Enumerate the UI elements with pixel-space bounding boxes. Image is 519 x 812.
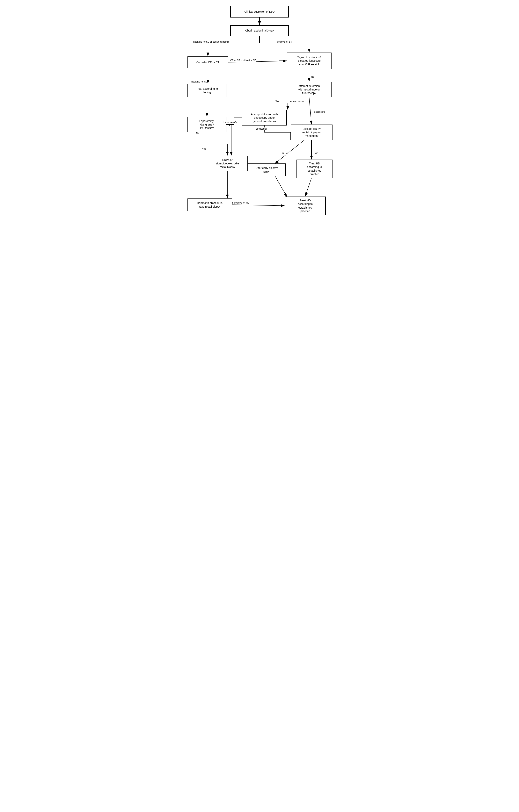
box-treat-hd-final: Treat HD according to established practi… <box>285 197 326 215</box>
flowchart: Clinical suspicion of LBO Obtain abdomin… <box>182 4 337 247</box>
label-no2: No <box>196 132 199 134</box>
box-detorsion-endo: Attempt detorsion with endoscopy under g… <box>242 110 287 125</box>
label-neg-sv2: negative for SV <box>191 80 207 83</box>
label-if-pos-hd: if positive for HD <box>232 201 249 204</box>
label-ce-ct-pos: CE or CT positive for SV <box>230 59 256 62</box>
box-hartmann: Hartmann procedure, take rectal biopsy <box>188 199 232 211</box>
box-cect: Consider CE or CT <box>188 56 228 68</box>
label-yes: Yes <box>275 100 279 103</box>
label-successful2: Successful <box>255 127 267 130</box>
box-treat-hd: Treat HD according to established practi… <box>297 160 332 178</box>
box-srpa: SRPA or sigmoidopexy, take rectal biopsy <box>207 156 248 171</box>
label-no: No <box>311 76 314 78</box>
label-neg-sv: negative for SV or equivocal result <box>193 40 229 43</box>
svg-line-11 <box>232 205 284 206</box>
svg-line-12 <box>305 178 311 196</box>
label-successful1: Successful <box>314 111 325 113</box>
label-no-hd: No HD <box>282 152 289 155</box>
box-peritonitis: Signs of peritonitis? Elevated leucocyte… <box>287 53 331 69</box>
box-lbo: Clinical suspicion of LBO <box>230 6 289 18</box>
label-pos-sv: positive for SV <box>277 40 292 43</box>
svg-line-9 <box>275 176 287 197</box>
box-laparotomy: Laparotomy: Gangrene? Peritonitis? <box>188 117 226 132</box>
svg-line-5 <box>309 97 311 124</box>
box-exclude-hd: Exclude HD by rectal biopsy or manometry <box>291 124 332 140</box>
label-unsuccessful2: Unsuccessful <box>223 121 237 124</box>
box-xray: Obtain abdominal X-ray <box>230 25 289 36</box>
box-detorsion-rectal: Attempt detorsion with rectal tube or fl… <box>287 82 331 97</box>
label-yes2: Yes <box>202 147 206 150</box>
box-treat-finding: Treat according to finding <box>188 84 226 97</box>
label-unsuccessful1: Unsuccessful <box>290 100 304 103</box>
box-early-srpa: Offer early elective SRPA <box>248 164 286 176</box>
label-hd: HD <box>315 152 318 155</box>
